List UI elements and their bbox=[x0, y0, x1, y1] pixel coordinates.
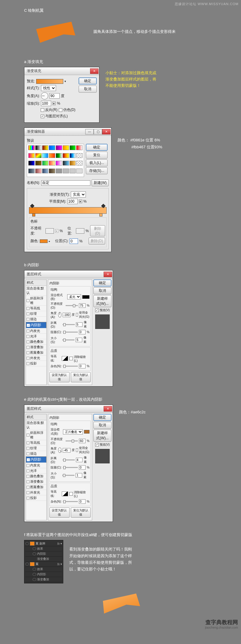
size-input[interactable] bbox=[76, 338, 82, 342]
stepper-icon[interactable]: ▸ bbox=[79, 200, 82, 203]
list-item[interactable]: 等高线 bbox=[26, 440, 46, 446]
list-item[interactable]: 等高线 bbox=[26, 306, 46, 311]
minimize-icon[interactable]: — bbox=[85, 129, 94, 134]
list-item[interactable]: 外发光 bbox=[26, 490, 46, 495]
ok-button[interactable]: 确定 bbox=[86, 144, 108, 151]
layer-effect[interactable]: 效果 bbox=[25, 546, 62, 551]
list-item[interactable]: 描边 bbox=[26, 451, 46, 456]
list-item-inner-shadow[interactable]: ✓内阴影 bbox=[26, 322, 46, 328]
name-input[interactable] bbox=[41, 180, 90, 186]
layer-row[interactable]: 翼 副本 fx ▾ bbox=[25, 541, 62, 546]
make-default-button[interactable]: 设置为默认值 bbox=[49, 507, 70, 518]
list-item[interactable]: 纹理 bbox=[26, 311, 46, 317]
list-item[interactable]: 颜色叠加 bbox=[26, 474, 46, 479]
angle-dial[interactable] bbox=[58, 447, 61, 453]
global-light-checkbox[interactable]: 使用全局光(G) bbox=[76, 446, 89, 454]
contour-picker[interactable] bbox=[62, 491, 68, 496]
angle-dial[interactable] bbox=[41, 92, 48, 99]
type-select[interactable]: 实底 bbox=[71, 191, 86, 197]
ok-button[interactable]: 确定 bbox=[79, 77, 97, 84]
eye-icon[interactable] bbox=[33, 568, 36, 571]
eye-icon[interactable] bbox=[25, 542, 29, 545]
angle-input[interactable] bbox=[63, 448, 70, 453]
list-item[interactable]: 图案叠加 bbox=[26, 485, 46, 490]
style-select[interactable]: 线性 bbox=[41, 85, 56, 91]
noise-input[interactable] bbox=[79, 499, 86, 504]
stepper-icon[interactable]: ▸ bbox=[52, 102, 56, 105]
blend-mode-select[interactable]: 柔光 bbox=[67, 294, 81, 299]
reset-button[interactable]: 复位 bbox=[86, 152, 108, 159]
color-stop-right[interactable] bbox=[99, 213, 102, 216]
layer-row[interactable]: 翼 fx ▾ bbox=[25, 562, 62, 567]
choke-slider[interactable] bbox=[63, 332, 78, 333]
dither-checkbox[interactable]: 仿色(D) bbox=[59, 107, 76, 112]
list-item[interactable]: 内发光 bbox=[26, 328, 46, 334]
distance-input[interactable] bbox=[76, 458, 83, 462]
list-item[interactable]: 外发光 bbox=[26, 355, 46, 361]
choke-slider[interactable] bbox=[63, 467, 78, 468]
close-icon[interactable]: ✕ bbox=[102, 129, 111, 134]
ok-button[interactable]: 确定 bbox=[93, 279, 111, 286]
noise-slider[interactable] bbox=[63, 501, 78, 502]
list-item[interactable]: 光泽 bbox=[26, 334, 46, 339]
chevron-down-icon[interactable]: ▸ bbox=[49, 240, 50, 243]
chevron-down-icon[interactable]: ▾ bbox=[64, 80, 66, 83]
noise-slider[interactable] bbox=[63, 366, 78, 367]
gradient-bar[interactable] bbox=[29, 207, 107, 214]
opacity-slider[interactable] bbox=[66, 440, 78, 441]
layer-effect[interactable]: 内阴影 bbox=[25, 551, 62, 557]
opacity-stop[interactable] bbox=[101, 204, 105, 208]
gradient-presets[interactable] bbox=[27, 144, 84, 177]
distance-input[interactable] bbox=[76, 322, 83, 327]
list-item[interactable]: 描边 bbox=[26, 317, 46, 322]
eye-icon[interactable] bbox=[33, 578, 36, 581]
ok-button[interactable]: 确定 bbox=[93, 414, 111, 421]
load-button[interactable]: 载入(L)... bbox=[86, 159, 108, 166]
reverse-checkbox[interactable]: 反向(R) bbox=[41, 107, 58, 112]
opacity-slider[interactable] bbox=[66, 305, 78, 306]
layer-effect[interactable]: 渐变叠加 bbox=[25, 577, 62, 582]
choke-input[interactable] bbox=[79, 465, 86, 470]
list-item[interactable]: 颜色叠加 bbox=[26, 339, 46, 345]
color-stop-left[interactable] bbox=[32, 213, 35, 216]
preview-checkbox[interactable]: ✓预览(V) bbox=[93, 443, 111, 447]
angle-dial[interactable] bbox=[58, 312, 61, 317]
size-input[interactable] bbox=[76, 473, 82, 478]
close-icon[interactable]: ✕ bbox=[104, 272, 112, 277]
distance-slider[interactable] bbox=[63, 324, 75, 325]
new-style-button[interactable]: 新建样式(W)... bbox=[93, 430, 111, 442]
layer-effect[interactable]: 渐变叠加 bbox=[25, 557, 62, 562]
eye-icon[interactable] bbox=[33, 573, 36, 576]
list-item[interactable]: 混合选项:默认 bbox=[26, 420, 46, 430]
close-icon[interactable]: ✕ bbox=[90, 68, 99, 74]
list-item[interactable]: 斜面和浮雕 bbox=[26, 296, 46, 306]
fx-badge[interactable]: fx bbox=[57, 542, 60, 545]
distance-slider[interactable] bbox=[63, 459, 75, 460]
new-button[interactable]: 新建(W) bbox=[92, 179, 109, 186]
save-button[interactable]: 存储(S)... bbox=[86, 167, 108, 174]
list-item[interactable]: 内发光 bbox=[26, 463, 46, 468]
opacity-input[interactable] bbox=[79, 439, 86, 443]
cancel-button[interactable]: 取消 bbox=[93, 287, 111, 294]
make-default-button[interactable]: 设置为默认值 bbox=[49, 372, 70, 382]
opacity-input[interactable] bbox=[79, 303, 86, 308]
contour-picker[interactable] bbox=[62, 356, 68, 361]
eye-icon[interactable] bbox=[25, 563, 29, 566]
list-item[interactable]: 渐变叠加 bbox=[26, 345, 46, 350]
noise-input[interactable] bbox=[79, 364, 86, 368]
chevron-down-icon[interactable]: ▾ bbox=[61, 563, 62, 566]
opacity-stop[interactable] bbox=[30, 204, 34, 208]
color-chip[interactable] bbox=[40, 239, 48, 243]
choke-input[interactable] bbox=[79, 330, 86, 334]
reset-default-button[interactable]: 复位为默认值 bbox=[71, 507, 91, 518]
layer-effect[interactable]: 效果 bbox=[25, 567, 62, 572]
cancel-button[interactable]: 取消 bbox=[93, 422, 111, 429]
eye-icon[interactable] bbox=[33, 552, 36, 555]
fx-badge[interactable]: fx bbox=[57, 563, 60, 566]
angle-input[interactable] bbox=[49, 93, 60, 99]
blend-mode-select[interactable]: 正片叠底 bbox=[63, 429, 83, 434]
size-slider[interactable] bbox=[62, 475, 74, 476]
global-light-checkbox[interactable]: 使用全局光(G) bbox=[76, 311, 89, 319]
eye-icon-off[interactable] bbox=[33, 557, 36, 560]
new-style-button[interactable]: 新建样式(W)... bbox=[93, 295, 111, 307]
